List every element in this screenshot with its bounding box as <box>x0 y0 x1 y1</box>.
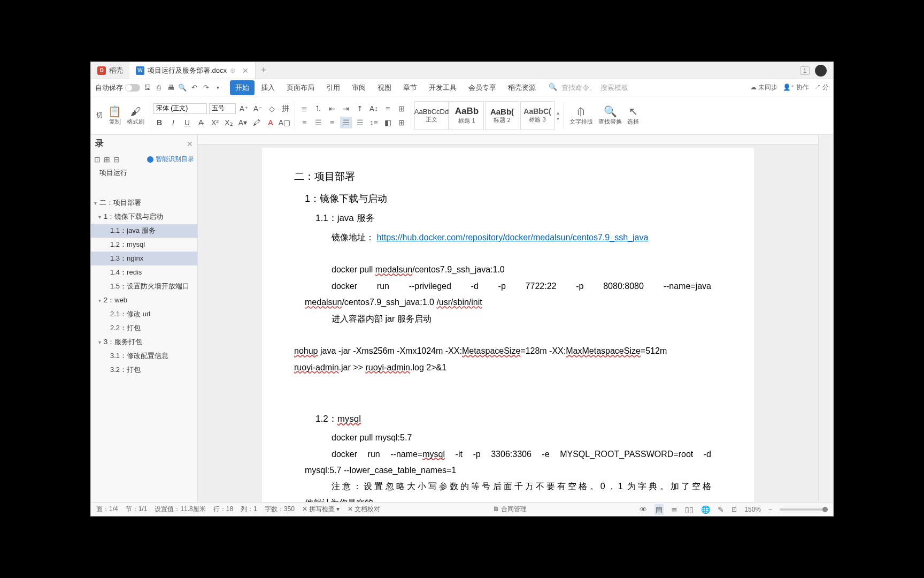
numbering-icon[interactable]: ⒈ <box>312 103 324 115</box>
style-scroll-down-icon[interactable]: ▾ <box>557 116 559 121</box>
char-border-icon[interactable]: A▢ <box>279 117 290 128</box>
outdent-icon[interactable]: ⇤ <box>326 103 338 115</box>
pin-icon[interactable]: ⊕ <box>230 66 236 74</box>
view-page-icon[interactable]: ▤ <box>654 504 664 515</box>
strike-icon[interactable]: A̶ <box>195 117 207 128</box>
print-icon[interactable]: 🖶 <box>166 83 175 93</box>
toc-item[interactable]: 项目运行 <box>91 166 197 180</box>
line-tools-icon[interactable]: ≡ <box>382 103 394 115</box>
cut-button[interactable]: 切 <box>94 96 105 134</box>
sidebar-close-icon[interactable]: ✕ <box>187 140 193 148</box>
toc-item[interactable]: ▾3：服务打包 <box>91 335 197 349</box>
undo-icon[interactable]: ↶ <box>189 83 199 93</box>
menu-tab-view[interactable]: 视图 <box>372 80 397 95</box>
view-read-icon[interactable]: 👁 <box>640 505 647 514</box>
not-synced[interactable]: ☁ 未同步 <box>750 83 777 92</box>
toc-item[interactable]: 1.4：redis <box>91 265 197 279</box>
toc-item[interactable]: ▾二：项目部署 <box>91 196 197 210</box>
tab-document[interactable]: W 项目运行及服务部署.docx ⊕ ✕ <box>129 62 256 79</box>
menu-tab-layout[interactable]: 页面布局 <box>281 80 320 95</box>
shrink-font-icon[interactable]: A⁻ <box>252 103 264 115</box>
toc-item[interactable]: 1.5：设置防火墙开放端口 <box>91 279 197 293</box>
font-size-select[interactable] <box>209 103 236 114</box>
menu-tab-vip[interactable]: 会员专享 <box>463 80 502 95</box>
tab-app-home[interactable]: D 稻壳 <box>91 62 129 79</box>
ruler[interactable] <box>198 135 818 144</box>
highlight-icon[interactable]: 🖍 <box>251 117 263 128</box>
doccheck-button[interactable]: ✕ 文档校对 <box>348 505 380 514</box>
select-button[interactable]: ↖选择 <box>625 96 641 134</box>
zoom-menu-icon[interactable]: ⊡ <box>732 506 737 513</box>
toc-tool-icon[interactable]: ⊡ <box>94 155 101 164</box>
toc-expand-icon[interactable]: ⊞ <box>104 155 110 164</box>
toc-item[interactable]: 1.2：mysql <box>91 238 197 252</box>
align-right-icon[interactable]: ≡ <box>326 117 338 128</box>
menu-tab-insert[interactable]: 插入 <box>256 80 280 95</box>
menu-tab-devtools[interactable]: 开发工具 <box>424 80 462 95</box>
new-tab-button[interactable]: + <box>256 65 272 76</box>
subscript-icon[interactable]: X₂ <box>223 117 235 128</box>
bullets-icon[interactable]: ≣ <box>298 103 310 115</box>
export-icon[interactable]: ⎙ <box>154 83 164 93</box>
collab-button[interactable]: 👤⁺ 协作 <box>783 83 808 92</box>
document-area[interactable]: 二：项目部署 1：镜像下载与启动 1.1：java 服务 镜像地址： https… <box>198 135 818 502</box>
align-center-icon[interactable]: ☰ <box>312 117 324 128</box>
paste-button[interactable]: 📋复制 <box>106 96 124 134</box>
view-book-icon[interactable]: ▯▯ <box>685 505 694 514</box>
more-icon[interactable]: ▾ <box>213 83 222 93</box>
menu-tab-review[interactable]: 审阅 <box>346 80 371 95</box>
sort-icon[interactable]: ⤒ <box>354 103 366 115</box>
smart-toc-button[interactable]: 智能识别目录 <box>147 155 194 164</box>
save-icon[interactable]: 🖫 <box>142 83 152 93</box>
menu-tab-resources[interactable]: 稻壳资源 <box>503 80 541 95</box>
italic-icon[interactable]: I <box>167 117 179 128</box>
underline-icon[interactable]: U <box>181 117 193 128</box>
view-markup-icon[interactable]: ✎ <box>718 505 724 514</box>
style-scroll-up-icon[interactable]: ▴ <box>557 110 559 116</box>
close-icon[interactable]: ✕ <box>242 66 249 75</box>
menu-tab-start[interactable]: 开始 <box>230 80 255 95</box>
align-justify-icon[interactable]: ☰ <box>340 117 352 128</box>
toc-item[interactable]: ▾1：镜像下载与启动 <box>91 210 197 224</box>
zoom-out-icon[interactable]: − <box>768 506 772 513</box>
autosave-toggle[interactable]: 自动保存 <box>95 83 140 93</box>
superscript-icon[interactable]: X² <box>209 117 221 128</box>
menu-tab-references[interactable]: 引用 <box>321 80 345 95</box>
toc-item[interactable]: 1.1：java 服务 <box>91 224 197 238</box>
style-normal[interactable]: AaBbCcDd正文 <box>414 101 449 130</box>
toc-item[interactable]: 2.2：打包 <box>91 321 197 335</box>
phonetic-icon[interactable]: 拼 <box>280 103 291 115</box>
line-spacing-icon[interactable]: ↕≡ <box>368 117 380 128</box>
menu-tab-sections[interactable]: 章节 <box>398 80 422 95</box>
borders-icon[interactable]: ⊞ <box>396 117 407 128</box>
style-heading3[interactable]: AaBbC(标题 3 <box>520 101 555 130</box>
indent-icon[interactable]: ⇥ <box>340 103 352 115</box>
toc-item[interactable]: ▾2：web <box>91 293 197 307</box>
font-color-icon[interactable]: A <box>265 117 276 128</box>
zoom-value[interactable]: 150% <box>744 506 761 513</box>
avatar[interactable] <box>815 65 827 77</box>
view-outline-icon[interactable]: ≣ <box>671 505 677 514</box>
format-painter-button[interactable]: 🖌格式刷 <box>125 96 147 134</box>
toc-collapse-icon[interactable]: ⊟ <box>113 155 120 164</box>
toc-item[interactable]: 3.2：打包 <box>91 363 197 377</box>
text-dir-icon[interactable]: A↕ <box>368 103 380 115</box>
table-tool-icon[interactable]: ⊞ <box>396 103 407 115</box>
align-distribute-icon[interactable]: ☰ <box>354 117 366 128</box>
zoom-slider[interactable] <box>780 508 828 511</box>
toggle-icon[interactable] <box>125 84 140 92</box>
text-effects-icon[interactable]: A▾ <box>237 117 249 128</box>
preview-icon[interactable]: 🔍 <box>178 83 187 93</box>
toc-item[interactable]: 1.3：nginx <box>91 252 197 265</box>
view-web-icon[interactable]: 🌐 <box>701 505 710 514</box>
style-heading1[interactable]: AaBb标题 1 <box>450 101 484 130</box>
toc-item[interactable]: 2.1：修改 url <box>91 307 197 321</box>
toc-item[interactable]: 3.1：修改配置信息 <box>91 349 197 363</box>
mirror-link[interactable]: https://hub.docker.com/repository/docker… <box>376 233 648 242</box>
bold-icon[interactable]: B <box>153 117 165 128</box>
status-words[interactable]: 字数：350 <box>265 505 295 514</box>
font-family-select[interactable] <box>153 103 207 114</box>
spellcheck-button[interactable]: ✕ 拼写检查 ▾ <box>302 505 340 514</box>
align-left-icon[interactable]: ≡ <box>298 117 310 128</box>
status-page[interactable]: 面：1/4 <box>96 505 118 514</box>
